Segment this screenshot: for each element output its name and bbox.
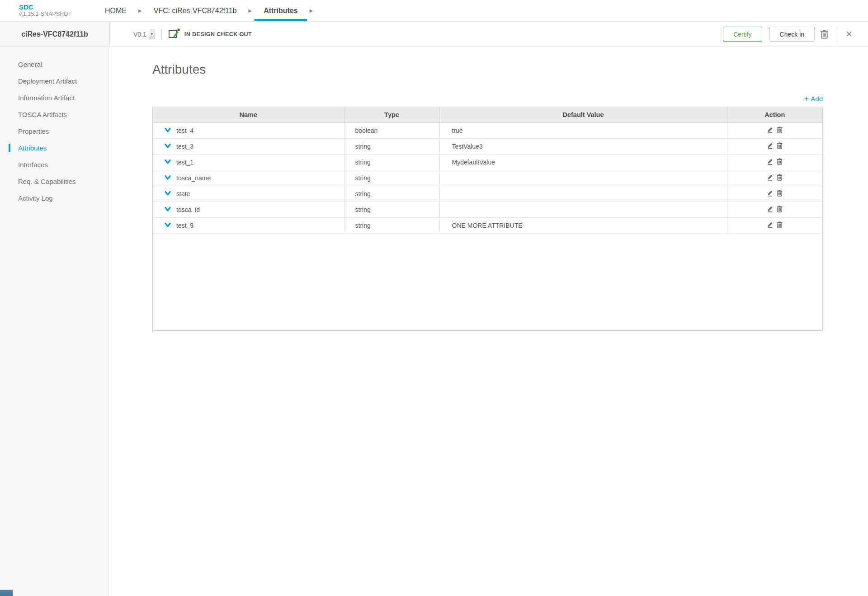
attributes-table: Name Type Default Value Action test_4 bo… [153, 107, 822, 234]
close-icon: ✕ [845, 30, 853, 38]
trash-icon [777, 221, 783, 228]
sidebar-item-deployment-artifact[interactable]: Deployment Artifact [0, 73, 108, 89]
attribute-default-value [439, 186, 727, 202]
attribute-type: string [344, 202, 439, 217]
toolbar-divider [161, 28, 162, 40]
column-header-default-value: Default Value [439, 107, 727, 122]
close-button[interactable]: ✕ [840, 30, 858, 38]
chevron-down-icon [165, 128, 171, 133]
attribute-default-value [439, 170, 727, 186]
attribute-name: tosca_name [176, 174, 211, 182]
sidebar-item-interfaces[interactable]: Interfaces [0, 156, 108, 173]
sidebar-item-attributes[interactable]: Attributes [0, 140, 108, 156]
expand-row-button[interactable] [165, 175, 171, 180]
trash-icon [777, 174, 783, 181]
delete-attribute-button[interactable] [777, 127, 783, 135]
edit-attribute-button[interactable] [767, 126, 774, 135]
table-row: test_4 boolean true [153, 122, 822, 138]
delete-attribute-button[interactable] [777, 158, 783, 166]
attribute-name: test_3 [176, 143, 193, 150]
edit-attribute-button[interactable] [767, 221, 774, 230]
edit-attribute-button[interactable] [767, 189, 774, 198]
attribute-type: string [344, 154, 439, 170]
pencil-icon [767, 126, 774, 133]
attribute-name: test_1 [176, 159, 193, 166]
trash-icon [777, 142, 783, 149]
delete-version-button[interactable] [815, 29, 834, 39]
breadcrumb: HOME ▶ VFC: ciRes-VFC8742f11b ▶ Attribut… [96, 0, 316, 21]
sidebar-item-req-capabilities[interactable]: Req. & Capabilities [0, 173, 108, 190]
breadcrumb-arrow-icon: ▶ [307, 0, 316, 21]
attributes-table-head-row: Name Type Default Value Action [153, 107, 822, 122]
attribute-type: string [344, 217, 439, 233]
delete-attribute-button[interactable] [777, 206, 783, 214]
edit-attribute-button[interactable] [767, 174, 774, 182]
attribute-default-value [439, 202, 727, 217]
attribute-name: tosca_id [176, 206, 200, 213]
sidebar-item-label: TOSCA Artifacts [18, 111, 67, 118]
delete-attribute-button[interactable] [777, 142, 783, 150]
breadcrumb-label: HOME [105, 7, 127, 15]
delete-attribute-button[interactable] [777, 221, 783, 230]
edit-attribute-button[interactable] [767, 158, 774, 166]
lifecycle-state: IN DESIGN CHECK OUT [168, 28, 252, 41]
attribute-type: string [344, 138, 439, 154]
expand-row-button[interactable] [165, 128, 171, 133]
chevron-down-icon [165, 160, 171, 164]
attributes-table-body: test_4 boolean true [153, 122, 822, 233]
edit-attribute-button[interactable] [767, 205, 774, 214]
attributes-table-frame: Name Type Default Value Action test_4 bo… [152, 107, 823, 331]
expand-row-button[interactable] [165, 223, 171, 228]
breadcrumb-arrow-icon: ▶ [136, 0, 145, 21]
page-title: Attributes [152, 62, 823, 77]
breadcrumb-arrow-icon: ▶ [245, 0, 255, 21]
sidebar-item-information-artifact[interactable]: Information Artifact [0, 89, 108, 106]
chevron-down-icon [165, 223, 171, 228]
sidebar-item-label: Properties [18, 127, 49, 135]
attribute-default-value: TestValue3 [439, 138, 727, 154]
sidebar-item-label: Interfaces [18, 161, 48, 169]
tab-home[interactable]: HOME [96, 0, 136, 21]
attribute-type: string [344, 186, 439, 202]
version-dropdown-icon[interactable]: ▼ [149, 29, 155, 39]
edit-attribute-button[interactable] [767, 142, 774, 150]
sidebar-item-general[interactable]: General [0, 56, 108, 73]
expand-row-button[interactable] [165, 191, 171, 196]
sidebar-item-tosca-artifacts[interactable]: TOSCA Artifacts [0, 106, 108, 123]
column-header-name: Name [153, 107, 344, 122]
pencil-icon [767, 205, 774, 212]
expand-row-button[interactable] [165, 160, 171, 164]
tab-vfc-cires-vfc8742f11b[interactable]: VFC: ciRes-VFC8742f11b [145, 0, 246, 21]
entity-header: ciRes-VFC8742f11b [0, 22, 110, 47]
breadcrumb-label: VFC: ciRes-VFC8742f11b [154, 7, 237, 15]
check-in-button[interactable]: Check in [769, 27, 815, 42]
attribute-type: boolean [344, 122, 439, 138]
tab-attributes[interactable]: Attributes [255, 0, 307, 21]
pencil-icon [767, 221, 774, 228]
expand-row-button[interactable] [165, 207, 171, 212]
sdc-logo-title: SDC [19, 3, 82, 11]
version-selector[interactable]: V0.1 ▼ [133, 29, 155, 39]
add-label: Add [811, 95, 823, 103]
certify-button[interactable]: Certify [723, 27, 762, 42]
sdc-logo[interactable]: SDC v.1.15.1-SNAPSHOT [19, 0, 82, 21]
toolbar-actions: Certify Check in ✕ [723, 27, 858, 42]
sidebar-item-label: Attributes [18, 144, 47, 152]
sidebar-item-label: Req. & Capabilities [18, 178, 76, 185]
sidebar-item-properties[interactable]: Properties [0, 123, 108, 140]
delete-attribute-button[interactable] [777, 174, 783, 182]
attribute-default-value: MydefaultValue [439, 154, 727, 170]
delete-attribute-button[interactable] [777, 190, 783, 198]
table-row: test_9 string ONE MORE ATTRIBUTE [153, 217, 822, 233]
expand-row-button[interactable] [165, 144, 171, 149]
column-header-action: Action [727, 107, 822, 122]
add-attribute-button[interactable]: + Add [804, 95, 823, 103]
sidebar-item-activity-log[interactable]: Activity Log [0, 190, 108, 206]
pencil-icon [767, 189, 774, 197]
attribute-name: test_4 [176, 127, 193, 134]
sidebar-item-label: Information Artifact [18, 94, 75, 102]
trash-icon [777, 190, 783, 197]
version-label: V0.1 [133, 31, 146, 38]
table-row: tosca_id string [153, 202, 822, 217]
sidebar-item-label: Deployment Artifact [18, 77, 77, 85]
